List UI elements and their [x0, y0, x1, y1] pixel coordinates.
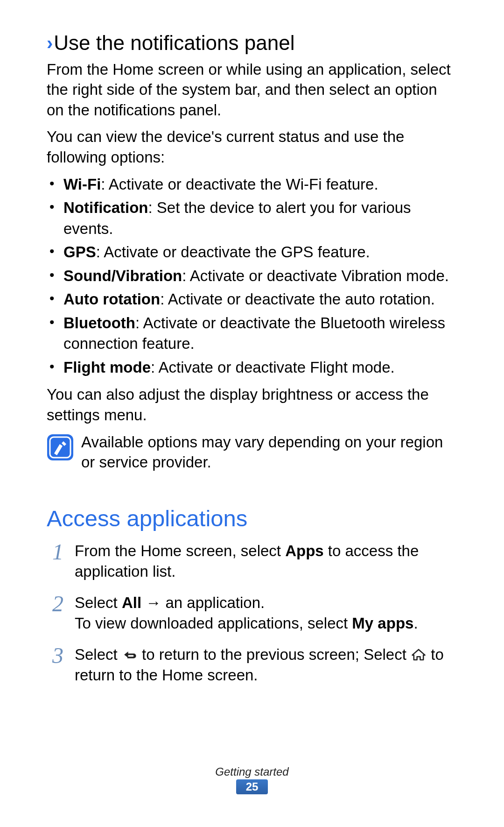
option-sound-vibration: Sound/Vibration: Activate or deactivate …: [47, 266, 457, 287]
step-number: 1: [47, 537, 69, 567]
note-block: Available options may vary depending on …: [47, 432, 457, 473]
subheading-text: Use the notifications panel: [54, 31, 294, 54]
step-1: 1 From the Home screen, select Apps to a…: [47, 541, 457, 582]
intro-paragraph-1: From the Home screen or while using an a…: [47, 59, 457, 120]
subheading: ›Use the notifications panel: [47, 31, 457, 56]
footer-section-name: Getting started: [0, 765, 504, 778]
option-auto-rotation: Auto rotation: Activate or deactivate th…: [47, 289, 457, 310]
document-page: ›Use the notifications panel From the Ho…: [0, 0, 504, 827]
option-flight-mode: Flight mode: Activate or deactivate Flig…: [47, 357, 457, 378]
chevron-icon: ›: [47, 33, 53, 53]
step-2: 2 Select All → an application. To view d…: [47, 593, 457, 634]
option-wifi: Wi-Fi: Activate or deactivate the Wi-Fi …: [47, 174, 457, 195]
steps-list: 1 From the Home screen, select Apps to a…: [47, 541, 457, 686]
page-footer: Getting started 25: [0, 765, 504, 794]
step-number: 3: [47, 641, 69, 671]
option-bluetooth: Bluetooth: Activate or deactivate the Bl…: [47, 313, 457, 354]
intro-paragraph-2: You can view the device's current status…: [47, 127, 457, 167]
option-gps: GPS: Activate or deactivate the GPS feat…: [47, 242, 457, 263]
option-notification: Notification: Set the device to alert yo…: [47, 198, 457, 239]
step-number: 2: [47, 589, 69, 619]
after-options-paragraph: You can also adjust the display brightne…: [47, 384, 457, 425]
section-heading: Access applications: [47, 505, 457, 531]
options-list: Wi-Fi: Activate or deactivate the Wi-Fi …: [47, 174, 457, 378]
note-icon: [47, 434, 74, 461]
step-3: 3 Select to return to the previous scree…: [47, 644, 457, 686]
page-number-badge: 25: [236, 779, 268, 794]
note-text: Available options may vary depending on …: [81, 432, 457, 473]
home-icon: [411, 648, 427, 662]
back-icon: [122, 648, 138, 662]
